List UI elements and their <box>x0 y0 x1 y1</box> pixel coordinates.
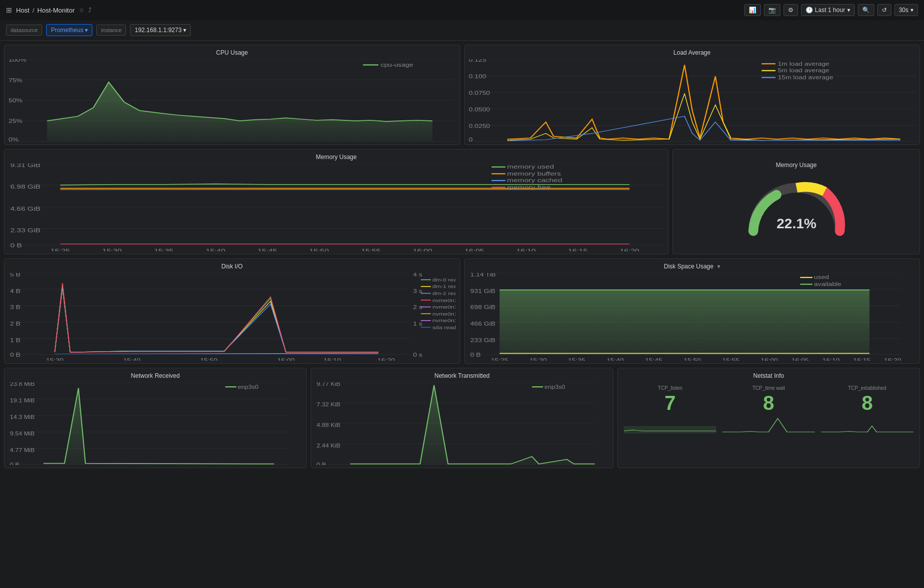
settings-button[interactable]: ⚙ <box>783 4 798 16</box>
netstat-item-listen: TCP_listen 7 <box>622 383 718 435</box>
star-icon[interactable]: ☆ <box>79 7 84 14</box>
svg-text:16:20: 16:20 <box>377 358 395 361</box>
netstat-chart-listen <box>624 416 716 433</box>
disk-space-chevron: ▾ <box>717 263 720 270</box>
chart-type-button[interactable]: 📊 <box>744 4 761 16</box>
instance-label: instance <box>96 25 126 36</box>
top-bar-left: ⊞ Host / Host-Monitor ☆ ⤴ <box>6 6 91 14</box>
svg-text:9.54 MiB: 9.54 MiB <box>10 431 35 436</box>
breadcrumb-host[interactable]: Host <box>16 7 30 14</box>
svg-text:1 B: 1 B <box>10 338 21 344</box>
share-icon[interactable]: ⤴ <box>88 7 91 14</box>
svg-text:15:50: 15:50 <box>200 358 218 361</box>
svg-text:cpu-usage: cpu-usage <box>381 62 414 68</box>
svg-text:14.3 MiB: 14.3 MiB <box>10 414 35 420</box>
svg-text:dm-1 read: dm-1 read <box>432 284 455 289</box>
netstat-item-established: TCP_established 8 <box>819 383 915 435</box>
instance-value: 192.168.1.1:9273 <box>135 27 181 34</box>
cpu-usage-panel: CPU Usage 100% <box>4 45 460 145</box>
svg-text:nvme0n1 read: nvme0n1 read <box>432 298 455 303</box>
svg-text:698 GiB: 698 GiB <box>470 305 495 311</box>
svg-text:16:00: 16:00 <box>277 358 295 361</box>
svg-text:0 B: 0 B <box>10 462 20 465</box>
svg-text:0%: 0% <box>9 137 19 142</box>
network-received-panel: Network Received <box>4 368 307 468</box>
load-average-panel: Load Average 0.125 0.100 0.0750 0.0500 0… <box>464 45 920 145</box>
svg-text:enp3s0: enp3s0 <box>545 384 565 390</box>
top-bar-right: 📊 📷 ⚙ 🕐 Last 1 hour ▾ 🔍 ↺ 30s ▾ <box>744 4 918 16</box>
row-4: Network Received <box>4 368 920 468</box>
netstat-value-timewait: 8 <box>763 393 774 413</box>
refresh-rate-button[interactable]: 30s ▾ <box>894 4 918 16</box>
disk-space-chart: 1.14 TiB 931 GiB 698 GiB 466 GiB 233 GiB… <box>469 273 916 361</box>
svg-text:0 B: 0 B <box>317 462 326 465</box>
network-received-chart: 23.8 MiB 19.1 MiB 14.3 MiB 9.54 MiB 4.77… <box>9 382 302 465</box>
svg-text:4 B: 4 B <box>10 288 21 294</box>
netstat-chart-timewait <box>722 416 815 433</box>
svg-text:0.0750: 0.0750 <box>469 90 490 96</box>
svg-text:16:10: 16:10 <box>822 358 840 361</box>
disk-space-panel: Disk Space Usage ▾ <box>464 258 920 364</box>
camera-button[interactable]: 📷 <box>764 4 780 16</box>
svg-text:931 GiB: 931 GiB <box>470 288 495 294</box>
cpu-usage-chart: 100% 75% 50% 25% 0% 15:30 15:40 15:50 16… <box>9 59 456 142</box>
svg-text:memory cached: memory cached <box>507 178 562 184</box>
instance-select[interactable]: 192.168.1.1:9273 ▾ <box>130 24 191 36</box>
svg-text:9.31 GiB: 9.31 GiB <box>10 164 40 168</box>
svg-text:4.77 MiB: 4.77 MiB <box>10 448 35 453</box>
network-transmitted-chart: 9.77 KiB 7.32 KiB 4.88 KiB 2.44 KiB 0 B … <box>315 382 609 465</box>
netstat-panel: Netstat Info TCP_listen 7 TCP_time wait … <box>617 368 920 468</box>
svg-text:0: 0 <box>469 137 473 142</box>
svg-text:15:30: 15:30 <box>46 358 64 361</box>
svg-text:16:05: 16:05 <box>465 248 484 251</box>
svg-text:16:10: 16:10 <box>516 248 536 251</box>
time-range-label: Last 1 hour <box>815 7 845 14</box>
svg-text:4.66 GiB: 4.66 GiB <box>10 206 40 212</box>
svg-text:100%: 100% <box>9 59 27 63</box>
memory-usage-line-title: Memory Usage <box>9 154 664 161</box>
svg-text:15:50: 15:50 <box>683 358 701 361</box>
svg-text:nvme0n1p2 read: nvme0n1p2 read <box>432 311 455 316</box>
breadcrumb-sep: / <box>33 7 35 14</box>
svg-text:memory used: memory used <box>507 164 554 170</box>
svg-text:1 s: 1 s <box>413 321 422 327</box>
cpu-usage-title: CPU Usage <box>9 49 456 56</box>
svg-text:15:25: 15:25 <box>491 358 508 361</box>
chevron-down-icon: ▾ <box>847 7 850 14</box>
refresh-rate-label: 30s <box>899 7 908 14</box>
svg-text:0 s: 0 s <box>413 352 422 358</box>
grid-icon: ⊞ <box>6 6 12 14</box>
svg-text:16:15: 16:15 <box>568 248 588 251</box>
svg-text:enp3s0: enp3s0 <box>238 384 258 390</box>
svg-text:15:35: 15:35 <box>154 248 174 251</box>
svg-text:16:15: 16:15 <box>853 358 870 361</box>
chevron-down-icon-2: ▾ <box>910 7 913 14</box>
svg-text:23.8 MiB: 23.8 MiB <box>10 382 35 387</box>
svg-text:16:20: 16:20 <box>884 358 901 361</box>
zoom-out-button[interactable]: 🔍 <box>858 4 874 16</box>
svg-text:50%: 50% <box>9 98 23 104</box>
svg-text:22.1%: 22.1% <box>776 216 816 231</box>
svg-marker-125 <box>499 290 869 355</box>
svg-text:2 B: 2 B <box>10 321 21 327</box>
svg-text:0 B: 0 B <box>10 243 22 249</box>
dashboard: CPU Usage 100% <box>0 41 924 588</box>
refresh-button[interactable]: ↺ <box>877 4 891 16</box>
svg-text:dm-2 read: dm-2 read <box>432 291 455 296</box>
svg-text:0.100: 0.100 <box>469 73 486 79</box>
network-received-title: Network Received <box>9 372 302 379</box>
network-transmitted-title: Network Transmitted <box>315 372 609 379</box>
disk-io-panel: Disk I/O 5 B 4 B 3 B 2 B 1 B 0 B <box>4 258 460 364</box>
svg-text:2.44 KiB: 2.44 KiB <box>317 443 341 449</box>
datasource-select[interactable]: Prometheus ▾ <box>46 24 92 36</box>
disk-space-title-text: Disk Space Usage <box>664 263 714 270</box>
svg-text:9.77 KiB: 9.77 KiB <box>317 382 341 387</box>
svg-text:16:20: 16:20 <box>620 248 639 251</box>
svg-text:15:30: 15:30 <box>102 248 122 251</box>
svg-text:used: used <box>814 274 829 280</box>
time-range-button[interactable]: 🕐 Last 1 hour ▾ <box>801 4 855 16</box>
svg-text:19.1 MiB: 19.1 MiB <box>10 398 35 403</box>
svg-text:7.32 KiB: 7.32 KiB <box>317 402 341 407</box>
memory-gauge-title: Memory Usage <box>776 162 817 169</box>
svg-text:0.0500: 0.0500 <box>469 106 490 112</box>
